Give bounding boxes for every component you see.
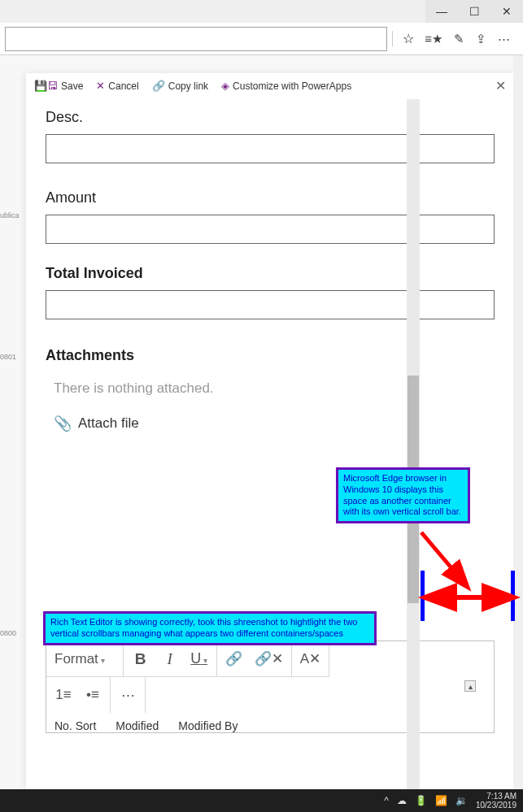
- window-maximize[interactable]: ☐: [458, 0, 490, 23]
- rte-underline-button[interactable]: U: [190, 650, 208, 667]
- rte-bold-button[interactable]: B: [132, 650, 150, 668]
- desc-label: Desc.: [46, 109, 495, 126]
- share-icon[interactable]: ⇪: [476, 32, 486, 46]
- ink-icon[interactable]: ✎: [454, 32, 464, 46]
- rte-clear-format-button[interactable]: A✕: [300, 650, 320, 667]
- tray-overflow-icon[interactable]: ^: [384, 795, 389, 806]
- rte-scroll-up[interactable]: ▴: [464, 680, 476, 692]
- cancel-button[interactable]: ✕Cancel: [96, 80, 138, 92]
- favorite-icon[interactable]: ☆: [392, 31, 416, 46]
- address-input[interactable]: [5, 27, 387, 51]
- close-panel-button[interactable]: ✕: [495, 78, 506, 93]
- bg-text-fragment: 0800: [0, 627, 24, 639]
- total-invoiced-label: Total Invoiced: [46, 265, 495, 282]
- tray-onedrive-icon[interactable]: ☁: [397, 795, 407, 806]
- tray-battery-icon[interactable]: 🔋: [415, 795, 427, 806]
- rte-col-no-sort: No. Sort: [54, 719, 96, 732]
- taskbar-time: 7:13 AM: [476, 792, 516, 801]
- powerapps-icon: ◈: [221, 80, 229, 92]
- attach-file-label: Attach file: [78, 415, 139, 432]
- address-bar-row: ☆ ≡★ ✎ ⇪ ⋯: [0, 23, 523, 55]
- tray-volume-icon[interactable]: 🔉: [455, 795, 468, 806]
- rich-text-editor: Format B I U 🔗 🔗✕ A✕ 1≡ •≡: [46, 640, 495, 733]
- desc-input[interactable]: [46, 134, 495, 163]
- save-icon: 🖫: [34, 80, 58, 92]
- favorites-list-icon[interactable]: ≡★: [425, 32, 442, 46]
- bg-text-fragment: 0801: [0, 351, 24, 363]
- annotation-bar-right: [511, 571, 515, 621]
- cancel-icon: ✕: [96, 80, 105, 92]
- copy-link-button[interactable]: 🔗Copy link: [152, 80, 208, 92]
- customize-button[interactable]: ◈Customize with PowerApps: [221, 80, 351, 92]
- save-button[interactable]: 🖫Save: [34, 80, 83, 92]
- annotation-edge-scrollbar: Microsoft Edge browser in Windows 10 dis…: [336, 467, 470, 523]
- taskbar-clock[interactable]: 7:13 AM 10/23/2019: [476, 792, 516, 810]
- rte-col-modified-by: Modified By: [178, 719, 238, 732]
- link-icon: 🔗: [152, 80, 165, 92]
- amount-input[interactable]: [46, 215, 495, 244]
- panel-scrollbar[interactable]: [407, 99, 420, 789]
- browser-scrollbar[interactable]: [513, 55, 523, 789]
- window-minimize[interactable]: —: [425, 0, 458, 23]
- cancel-label: Cancel: [108, 80, 138, 92]
- taskbar: ^ ☁ 🔋 📶 🔉 7:13 AM 10/23/2019: [0, 789, 523, 812]
- attachments-label: Attachments: [46, 347, 495, 364]
- rte-col-modified: Modified: [115, 719, 159, 732]
- command-bar: 🖫Save ✕Cancel 🔗Copy link ◈Customize with…: [26, 73, 514, 99]
- tray-network-icon[interactable]: 📶: [435, 795, 447, 806]
- rte-unlink-button[interactable]: 🔗✕: [255, 650, 283, 667]
- attach-file-button[interactable]: 📎 Attach file: [46, 411, 495, 449]
- copy-link-label: Copy link: [168, 80, 208, 92]
- attachments-empty-text: There is nothing attached.: [46, 364, 495, 411]
- rte-unordered-list-button[interactable]: •≡: [84, 687, 102, 703]
- rte-italic-button[interactable]: I: [161, 650, 179, 668]
- customize-label: Customize with PowerApps: [233, 80, 351, 92]
- bg-text-fragment: ublica: [0, 210, 24, 221]
- rte-more-button[interactable]: ⋯: [119, 687, 137, 704]
- form-panel: 🖫Save ✕Cancel 🔗Copy link ◈Customize with…: [26, 73, 514, 789]
- more-icon[interactable]: ⋯: [498, 32, 510, 46]
- rte-link-button[interactable]: 🔗: [225, 650, 243, 667]
- paperclip-icon: 📎: [54, 415, 72, 432]
- annotation-rte-scrollbars: Rich Text Editor is showing correctly, t…: [43, 611, 377, 645]
- taskbar-date: 10/23/2019: [476, 801, 516, 810]
- annotation-bar-left: [421, 571, 425, 621]
- save-label: Save: [61, 80, 83, 92]
- total-invoiced-input[interactable]: [46, 290, 495, 319]
- amount-label: Amount: [46, 189, 495, 206]
- rte-format-dropdown[interactable]: Format: [54, 651, 105, 667]
- rte-ordered-list-button[interactable]: 1≡: [54, 687, 72, 703]
- form-body: Desc. Amount Total Invoiced Attachments …: [26, 99, 514, 789]
- window-close[interactable]: ✕: [490, 0, 523, 23]
